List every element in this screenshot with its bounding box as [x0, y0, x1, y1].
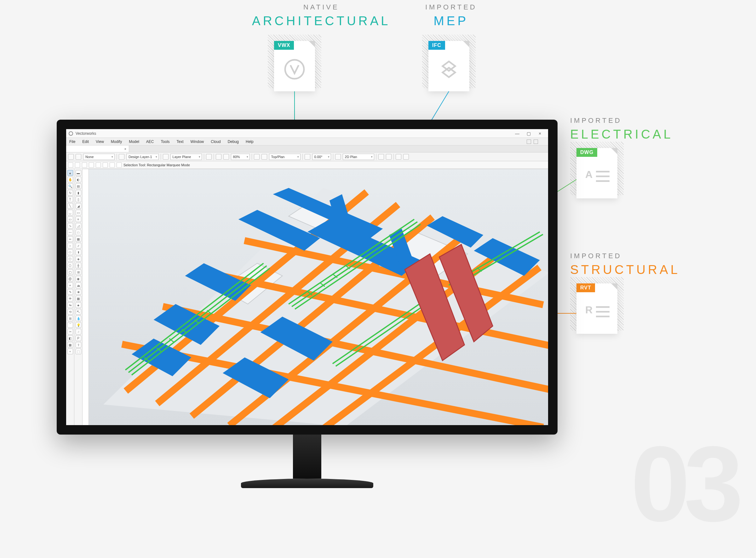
projection-icon[interactable] [378, 154, 384, 160]
eyedropper-tool-icon[interactable]: ✎ [68, 289, 73, 295]
menu-cloud[interactable]: Cloud [211, 140, 221, 144]
plane-dropdown[interactable]: Layer Plane [170, 154, 202, 160]
clip-tool-icon[interactable]: ◧ [68, 335, 73, 341]
layer-dropdown[interactable]: Design Layer-1 [126, 154, 159, 160]
property-line-tool-icon[interactable]: ⬚ [76, 349, 81, 354]
grade-tool-icon[interactable]: ⛏ [76, 309, 81, 314]
stair-tool-icon[interactable]: ≡ [76, 216, 81, 222]
zoom-dropdown[interactable]: 80% [231, 154, 250, 160]
menu-window[interactable]: Window [191, 140, 204, 144]
selection-tool-icon[interactable]: ▲ [68, 170, 73, 176]
menu-aec[interactable]: AEC [146, 140, 154, 144]
preferences-icon[interactable] [117, 162, 122, 168]
mode-fence-icon[interactable] [110, 162, 115, 168]
menu-file[interactable]: File [69, 140, 75, 144]
class-visibility-icon[interactable] [68, 154, 74, 160]
flyover-icon[interactable] [403, 154, 409, 160]
class-dropdown[interactable]: None [83, 154, 115, 160]
elevator-tool-icon[interactable]: ⬍ [76, 249, 81, 255]
pan-tool-icon[interactable]: ✋ [68, 177, 73, 182]
unified-view-icon[interactable] [386, 154, 392, 160]
wall-tool-icon[interactable]: ▬ [76, 170, 81, 176]
view-dropdown[interactable]: Top/Plan [269, 154, 301, 160]
display-icon[interactable] [396, 154, 401, 160]
door-tool-icon[interactable]: ◐ [76, 177, 81, 182]
arc-tool-icon[interactable]: ◡ [68, 210, 73, 215]
polygon-tool-icon[interactable]: ⬠ [68, 256, 73, 262]
text-tool-icon[interactable]: T [68, 197, 73, 202]
trim-tool-icon[interactable]: ✂ [68, 329, 73, 334]
rounded-rect-tool-icon[interactable]: ▢ [68, 269, 73, 275]
menu-edit[interactable]: Edit [82, 140, 89, 144]
menu-help[interactable]: Help [246, 140, 254, 144]
circle-tool-icon[interactable]: ○ [68, 243, 73, 249]
maximize-button[interactable]: ▢ [523, 131, 534, 136]
mode-single-icon[interactable] [68, 162, 73, 168]
ramp-tool-icon[interactable]: ◿ [76, 223, 81, 229]
zoom-tool-icon[interactable]: 🔍 [68, 183, 73, 189]
visibility-tool-icon[interactable]: 👁 [68, 296, 73, 301]
split-tool-icon[interactable]: ÷ [68, 349, 73, 354]
zoom-in-icon[interactable] [223, 154, 229, 160]
menu-tools[interactable]: Tools [161, 140, 170, 144]
freehand-tool-icon[interactable]: 〰 [68, 230, 73, 235]
render-dropdown[interactable]: 2D Plan [343, 154, 374, 160]
mode-enclosed-icon[interactable] [103, 162, 108, 168]
flyover-tool-icon[interactable]: ↻ [68, 190, 73, 196]
hardscape-tool-icon[interactable]: ▦ [76, 296, 81, 301]
saved-view-icon[interactable] [206, 154, 212, 160]
drain-tool-icon[interactable]: ◉ [76, 276, 81, 281]
parking-tool-icon[interactable]: P [76, 335, 81, 341]
regular-polygon-tool-icon[interactable]: ⬡ [68, 263, 73, 268]
polyline-tool-icon[interactable]: ∿ [68, 223, 73, 229]
offset-tool-icon[interactable]: ⊞ [68, 315, 73, 321]
landscape-tool-icon[interactable]: ♣ [76, 302, 81, 308]
spiral-tool-icon[interactable]: @ [68, 276, 73, 281]
lighting-tool-icon[interactable]: 💡 [76, 322, 81, 328]
mode-polygon-icon[interactable] [89, 162, 94, 168]
rotate-tool-icon[interactable]: ⟲ [68, 309, 73, 314]
minimize-button[interactable]: — [511, 131, 523, 136]
drawing-canvas[interactable] [89, 169, 548, 425]
attribute-mapping-tool-icon[interactable]: ▦ [68, 342, 73, 348]
roof-tool-icon[interactable]: ◢ [76, 203, 81, 209]
space-tool-icon[interactable]: □ [76, 230, 81, 235]
rotate-icon[interactable] [305, 154, 310, 160]
close-button[interactable]: × [534, 131, 546, 136]
rectangle-tool-icon[interactable]: ▭ [68, 216, 73, 222]
menu-modify[interactable]: Modify [111, 140, 122, 144]
fillet-tool-icon[interactable]: ⌒ [68, 322, 73, 328]
palette-toggle-icon[interactable] [527, 140, 531, 144]
plane-icon[interactable] [163, 154, 169, 160]
pilaster-tool-icon[interactable]: ▯ [76, 197, 81, 202]
framing-tool-icon[interactable]: ⊞ [76, 269, 81, 275]
oval-tool-icon[interactable]: ⬭ [68, 249, 73, 255]
mode-lasso-icon[interactable] [82, 162, 87, 168]
column-tool-icon[interactable]: ▮ [76, 190, 81, 196]
irrigation-tool-icon[interactable]: 💧 [76, 315, 81, 321]
window-tool-icon[interactable]: ▤ [76, 183, 81, 189]
mode-marquee-icon[interactable] [75, 162, 80, 168]
line-tool-icon[interactable]: ╲ [68, 203, 73, 209]
hvac-tool-icon[interactable]: ◈ [76, 256, 81, 262]
menu-view[interactable]: View [96, 140, 104, 144]
render-mode-icon[interactable] [335, 154, 341, 160]
railing-tool-icon[interactable]: ╫ [76, 263, 81, 268]
layer-visibility-icon[interactable] [119, 154, 124, 160]
slab-tool-icon[interactable]: ▭ [76, 210, 81, 215]
angle-dropdown[interactable]: 0.00° [312, 154, 331, 160]
escalator-tool-icon[interactable]: ⫽ [76, 243, 81, 249]
mirror-tool-icon[interactable]: ⇋ [68, 302, 73, 308]
ceiling-grid-tool-icon[interactable]: ▦ [76, 236, 81, 242]
north-arrow-tool-icon[interactable]: ⇧ [76, 342, 81, 348]
fit-page-icon[interactable] [254, 154, 259, 160]
menu-debug[interactable]: Debug [228, 140, 239, 144]
site-tool-icon[interactable]: ⛰ [76, 282, 81, 288]
class-options-icon[interactable] [76, 154, 81, 160]
plant-tool-icon[interactable]: ❀ [76, 289, 81, 295]
menu-model[interactable]: Model [129, 140, 139, 144]
menu-text[interactable]: Text [177, 140, 184, 144]
zoom-out-icon[interactable] [216, 154, 222, 160]
double-line-tool-icon[interactable]: ═ [68, 236, 73, 242]
document-tab[interactable]: × [66, 146, 129, 152]
